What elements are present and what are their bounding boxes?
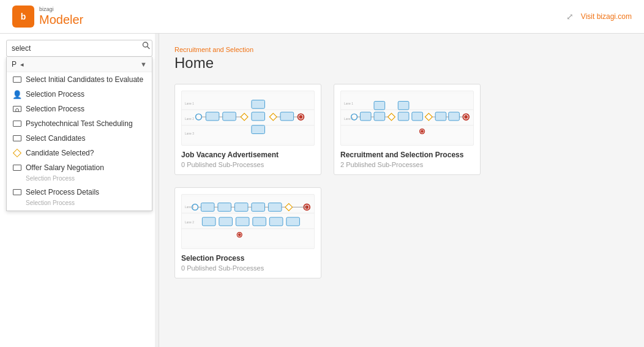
visit-link[interactable]: Visit bizagi.com xyxy=(581,12,632,21)
svg-rect-67 xyxy=(253,217,266,226)
card-subtitle: 0 Published Sub-Processes xyxy=(181,161,315,168)
list-item[interactable]: Candidate Selected? xyxy=(7,146,152,160)
svg-rect-58 xyxy=(201,203,214,212)
process-card[interactable]: Lane 1 Lane 2 xyxy=(174,187,321,278)
svg-rect-15 xyxy=(252,112,265,121)
main-layout: P ◂ ▼ Select Initial Candidates to Evalu… xyxy=(0,34,644,347)
svg-rect-62 xyxy=(268,203,282,212)
logo-area: b bizagi Modeler xyxy=(12,6,83,28)
search-container xyxy=(0,34,159,57)
svg-rect-33 xyxy=(374,102,385,110)
list-item-group: Select Process Details Selection Process xyxy=(7,185,152,211)
card-diagram-preview: Lane 1 Lane 2 Lane 3 xyxy=(181,91,315,146)
logo-text: bizagi Modeler xyxy=(39,7,83,26)
expand-icon[interactable]: ⤢ xyxy=(566,12,574,21)
task-icon xyxy=(13,188,21,196)
logo-bizagi-label: bizagi xyxy=(39,7,83,13)
card-subtitle: 2 Published Sub-Processes xyxy=(340,161,474,168)
svg-text:b: b xyxy=(21,12,26,21)
card-title: Recruitment and Selection Process xyxy=(340,151,474,159)
people-icon: 👤 xyxy=(13,90,21,99)
svg-rect-64 xyxy=(202,217,215,226)
list-item[interactable]: Select Candidates xyxy=(7,131,152,146)
svg-rect-34 xyxy=(374,112,385,121)
svg-point-20 xyxy=(299,115,302,119)
svg-rect-41 xyxy=(449,112,460,121)
svg-rect-69 xyxy=(286,217,300,226)
card-diagram-preview: Lane 1 Lane 2 xyxy=(340,91,474,146)
svg-rect-14 xyxy=(252,100,265,109)
svg-rect-66 xyxy=(236,217,249,226)
svg-rect-59 xyxy=(218,203,231,212)
search-input[interactable] xyxy=(6,40,152,57)
task-icon xyxy=(13,134,21,143)
item-label: Select Initial Candidates to Evaluate xyxy=(26,75,143,84)
item-label: Select Candidates xyxy=(26,134,85,143)
card-diagram-preview: Lane 1 Lane 2 xyxy=(181,194,315,249)
list-item[interactable]: Selection Process xyxy=(7,102,152,116)
svg-text:Lane 1: Lane 1 xyxy=(185,102,194,105)
svg-rect-65 xyxy=(219,217,233,226)
process-card[interactable]: Lane 1 Lane 2 xyxy=(334,84,481,175)
svg-rect-12 xyxy=(223,112,236,121)
list-item[interactable]: Psychotechnical Test Scheduling xyxy=(7,116,152,131)
item-label: Selection Process xyxy=(26,105,84,113)
tree-root-label: P xyxy=(12,60,17,69)
list-item[interactable]: Select Initial Candidates to Evaluate xyxy=(7,72,152,87)
svg-rect-68 xyxy=(269,217,283,226)
main-content: Recruitment and Selection Home Lane 1 La… xyxy=(159,34,644,347)
process-card[interactable]: Lane 1 Lane 2 Lane 3 xyxy=(174,84,321,175)
svg-text:Lane 2: Lane 2 xyxy=(185,118,194,121)
sidebar-scrollbar[interactable] xyxy=(155,34,159,347)
task-icon xyxy=(13,75,21,84)
tree-chevron-down-icon[interactable]: ▼ xyxy=(140,61,147,68)
list-item[interactable]: 👤 Selection Process xyxy=(7,87,152,102)
item-label: Psychotechnical Test Scheduling xyxy=(26,119,133,128)
svg-rect-60 xyxy=(234,203,248,212)
select-process-details-label: Select Process Details xyxy=(26,188,99,196)
svg-rect-32 xyxy=(360,112,371,121)
svg-point-80 xyxy=(238,233,241,236)
salary-negotiation-sublabel: Selection Process xyxy=(20,175,152,184)
svg-rect-40 xyxy=(435,112,446,121)
card-title: Job Vacancy Advertisement xyxy=(181,151,315,159)
bizagi-logo-icon: b xyxy=(12,6,34,28)
item-label: Selection Process xyxy=(26,90,84,99)
search-button[interactable] xyxy=(142,42,150,50)
process-details-sublabel: Selection Process xyxy=(20,200,152,208)
header-right: ⤢ Visit bizagi.com xyxy=(566,12,632,21)
sidebar: P ◂ ▼ Select Initial Candidates to Evalu… xyxy=(0,34,159,347)
svg-text:Lane 3: Lane 3 xyxy=(185,132,194,135)
list-item[interactable]: Select Process Details xyxy=(7,185,152,200)
dropdown-panel: P ◂ ▼ Select Initial Candidates to Evalu… xyxy=(6,57,152,211)
item-label: Candidate Selected? xyxy=(26,149,94,157)
app-header: b bizagi Modeler ⤢ Visit bizagi.com xyxy=(0,0,644,34)
svg-rect-61 xyxy=(252,203,265,212)
logo-modeler-label: Modeler xyxy=(39,13,83,26)
svg-rect-36 xyxy=(398,102,409,110)
card-title: Selection Process xyxy=(181,254,315,263)
offer-salary-label: Offer Salary Negotiation xyxy=(26,163,104,172)
tree-expand-icon: ◂ xyxy=(20,61,24,69)
svg-point-51 xyxy=(421,130,424,133)
svg-text:Lane 1: Lane 1 xyxy=(344,102,353,105)
svg-rect-18 xyxy=(280,112,294,121)
subprocess-icon xyxy=(13,105,21,113)
task-icon xyxy=(13,119,21,128)
gateway-icon xyxy=(13,149,21,157)
cards-grid: Lane 1 Lane 2 Lane 3 xyxy=(174,84,629,278)
svg-rect-38 xyxy=(412,112,423,121)
svg-line-3 xyxy=(148,47,150,49)
svg-rect-16 xyxy=(252,125,265,134)
task-icon xyxy=(13,163,21,172)
svg-rect-37 xyxy=(398,112,409,121)
breadcrumb: Recruitment and Selection xyxy=(174,46,629,53)
svg-text:Lane 2: Lane 2 xyxy=(185,221,194,224)
card-subtitle: 0 Published Sub-Processes xyxy=(181,264,315,272)
svg-point-43 xyxy=(464,115,468,119)
list-item[interactable]: Offer Salary Negotiation xyxy=(7,160,152,175)
list-item-group: Offer Salary Negotiation Selection Proce… xyxy=(7,160,152,185)
tree-header-row[interactable]: P ◂ ▼ xyxy=(7,57,152,72)
page-title: Home xyxy=(174,54,629,72)
svg-rect-11 xyxy=(206,112,219,121)
